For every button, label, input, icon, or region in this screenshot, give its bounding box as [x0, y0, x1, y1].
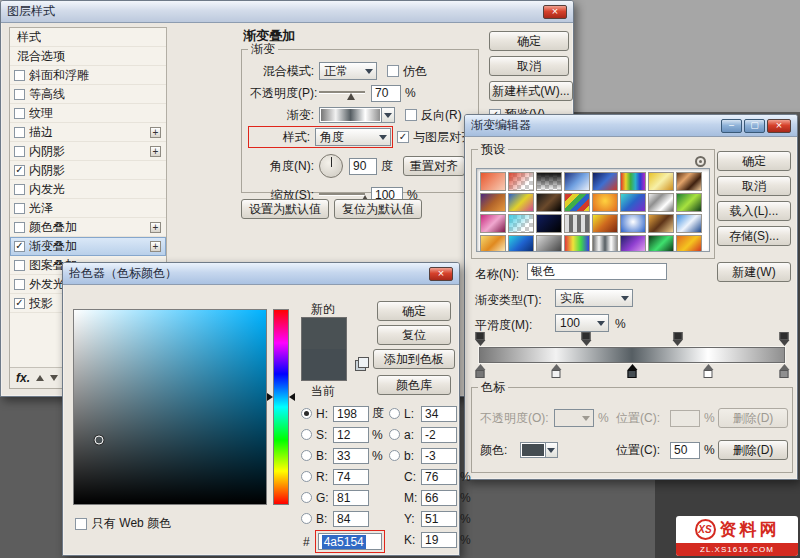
make-default-button[interactable]: 设置为默认值 — [241, 199, 329, 219]
current-color-swatch[interactable] — [302, 349, 346, 380]
stop-color-dropdown[interactable] — [545, 443, 557, 457]
effect-checkbox[interactable] — [14, 70, 25, 81]
opacity-stop[interactable] — [475, 332, 486, 346]
opacity-slider-thumb[interactable] — [347, 93, 355, 100]
minimize-icon[interactable]: – — [721, 119, 742, 133]
gradient-preset-swatch[interactable] — [648, 214, 674, 233]
color-picker-titlebar[interactable]: 拾色器（色标颜色） × — [63, 263, 459, 285]
effect-checkbox[interactable] — [14, 165, 25, 176]
style-list-item[interactable]: 样式 — [10, 28, 166, 47]
style-list-item[interactable]: 颜色叠加+ — [10, 218, 166, 237]
opacity-input[interactable]: 70 — [371, 85, 401, 102]
smoothness-input[interactable]: 100 — [555, 314, 609, 332]
gradient-preset-swatch[interactable] — [676, 193, 702, 212]
reset-align-button[interactable]: 重置对齐 — [403, 156, 465, 176]
value-input[interactable]: 66 — [421, 490, 457, 506]
value-input[interactable]: 51 — [421, 511, 457, 527]
reset-default-button[interactable]: 复位为默认值 — [334, 199, 422, 219]
gradient-preset-swatch[interactable] — [480, 172, 506, 191]
move-effect-up-icon[interactable] — [36, 375, 44, 381]
value-input[interactable]: 19 — [421, 532, 457, 548]
color-stop[interactable] — [627, 364, 638, 378]
opacity-stop[interactable] — [672, 332, 683, 346]
style-list-item[interactable]: 光泽 — [10, 199, 166, 218]
value-input[interactable]: -3 — [421, 448, 457, 464]
dither-checkbox[interactable] — [387, 65, 399, 77]
gradient-preset-swatch[interactable] — [508, 214, 534, 233]
gradient-preset-swatch[interactable] — [676, 235, 702, 252]
new-gradient-button[interactable]: 新建(W) — [717, 262, 791, 282]
gradient-preset-swatch[interactable] — [676, 172, 702, 191]
gradient-preset-swatch[interactable] — [564, 172, 590, 191]
gradient-preset-swatch[interactable] — [620, 172, 646, 191]
effect-checkbox[interactable] — [14, 241, 25, 252]
style-list-item[interactable]: 内发光 — [10, 180, 166, 199]
color-stop[interactable] — [703, 364, 714, 378]
stop-position-input[interactable]: 50 — [670, 442, 700, 459]
value-input[interactable]: 84 — [333, 511, 369, 527]
blend-mode-select[interactable]: 正常 — [319, 62, 377, 80]
save-button[interactable]: 存储(S)... — [717, 226, 791, 246]
gradient-bar[interactable] — [479, 347, 785, 363]
fx-menu-button[interactable]: fx. — [16, 371, 30, 385]
effect-checkbox[interactable] — [14, 203, 25, 214]
reverse-checkbox[interactable] — [405, 109, 417, 121]
value-input[interactable]: 33 — [333, 448, 369, 464]
gradient-preset-swatch[interactable] — [648, 235, 674, 252]
value-input[interactable]: 12 — [333, 427, 369, 443]
gear-icon[interactable] — [695, 156, 706, 167]
cancel-button[interactable]: 取消 — [489, 56, 569, 76]
ok-button[interactable]: 确定 — [717, 151, 791, 171]
angle-dial[interactable] — [319, 154, 343, 178]
value-input[interactable]: 76 — [421, 469, 457, 485]
angle-input[interactable]: 90 — [349, 158, 377, 175]
gradient-preset-swatch[interactable] — [536, 193, 562, 212]
color-libraries-button[interactable]: 颜色库 — [377, 375, 451, 395]
color-mode-radio[interactable] — [389, 450, 400, 461]
gradient-preset-swatch[interactable] — [592, 172, 618, 191]
gradient-preset-swatch[interactable] — [620, 235, 646, 252]
style-list-item[interactable]: 渐变叠加+ — [10, 237, 166, 256]
gradient-preset-swatch[interactable] — [508, 193, 534, 212]
gradient-preset-swatch[interactable] — [676, 214, 702, 233]
reset-button[interactable]: 复位 — [377, 325, 451, 345]
style-list-item[interactable]: 纹理 — [10, 104, 166, 123]
duplicate-effect-icon[interactable]: + — [150, 127, 161, 138]
gradient-type-select[interactable]: 实底 — [555, 289, 633, 307]
gradient-preset-swatch[interactable] — [564, 193, 590, 212]
maximize-icon[interactable]: ▢ — [744, 119, 765, 133]
align-with-layer-checkbox[interactable] — [397, 131, 409, 143]
color-mode-radio[interactable] — [301, 492, 312, 503]
close-icon[interactable]: × — [429, 267, 453, 281]
style-list-item[interactable]: 斜面和浮雕 — [10, 66, 166, 85]
effect-checkbox[interactable] — [14, 127, 25, 138]
color-mode-radio[interactable] — [301, 429, 312, 440]
gradient-preset-swatch[interactable] — [592, 214, 618, 233]
move-effect-down-icon[interactable] — [50, 375, 58, 381]
style-list-item[interactable]: 描边+ — [10, 123, 166, 142]
load-button[interactable]: 载入(L)... — [717, 201, 791, 221]
out-of-web-cube-icon[interactable] — [355, 357, 369, 371]
style-list-item[interactable]: 等高线 — [10, 85, 166, 104]
opacity-stop[interactable] — [581, 332, 592, 346]
gradient-preset-swatch[interactable] — [536, 214, 562, 233]
color-stop[interactable] — [551, 364, 562, 378]
value-input[interactable]: -2 — [421, 427, 457, 443]
delete-color-stop-button[interactable]: 删除(D) — [718, 440, 788, 460]
gradient-preset-swatch[interactable] — [592, 193, 618, 212]
duplicate-effect-icon[interactable]: + — [150, 241, 161, 252]
color-mode-radio[interactable] — [389, 408, 400, 419]
color-field-marker[interactable] — [94, 435, 103, 444]
gradient-preset-swatch[interactable] — [508, 235, 534, 252]
color-mode-radio[interactable] — [301, 450, 312, 461]
layer-style-titlebar[interactable]: 图层样式 × — [1, 1, 573, 23]
ok-button[interactable]: 确定 — [377, 301, 451, 321]
gradient-editor-titlebar[interactable]: 渐变编辑器 – ▢ × — [465, 115, 797, 137]
opacity-stop[interactable] — [779, 332, 790, 346]
color-mode-radio[interactable] — [301, 471, 312, 482]
gradient-preset-swatch[interactable] — [536, 172, 562, 191]
gradient-preset-swatch[interactable] — [564, 214, 590, 233]
gradient-preset-swatch[interactable] — [592, 235, 618, 252]
style-list-item[interactable]: 内阴影 — [10, 161, 166, 180]
effect-checkbox[interactable] — [14, 146, 25, 157]
